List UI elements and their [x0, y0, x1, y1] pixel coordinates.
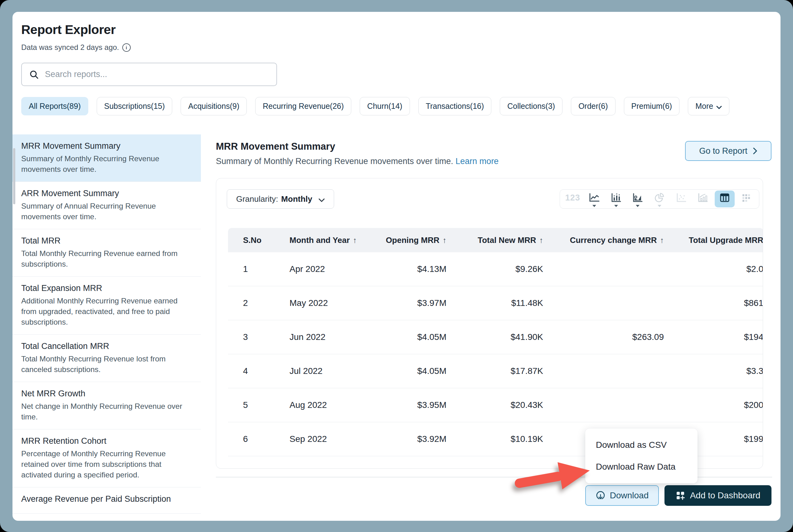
column-header-sno[interactable]: S.No — [228, 235, 269, 245]
cell-opening-mrr: $4.13M — [372, 264, 447, 274]
table-row[interactable]: 4 Jul 2022 $4.05M $17.87K $3.3 — [228, 354, 763, 388]
window-frame: Report Explorer Data was synced 2 days a… — [0, 0, 793, 532]
search-box[interactable] — [21, 63, 277, 86]
go-to-report-button[interactable]: Go to Report — [685, 141, 772, 161]
line-chart-icon[interactable] — [584, 191, 604, 207]
column-chart-icon[interactable] — [606, 191, 626, 207]
report-item-title: Total Expansion MRR — [21, 283, 191, 293]
chip-collections[interactable]: Collections(3) — [500, 97, 563, 115]
cell-sno: 6 — [228, 434, 269, 444]
report-item-description: Additional Monthly Recurring Revenue ear… — [21, 296, 191, 327]
chip-all-reports[interactable]: All Reports(89) — [21, 97, 88, 115]
cell-total-new-mrr: $10.19K — [447, 434, 543, 444]
column-header-currency-change-mrr[interactable]: Currency change MRR↑ — [543, 235, 664, 245]
report-list-item-mrr-movement[interactable]: MRR Movement Summary Summary of Monthly … — [13, 134, 201, 182]
report-data-table: S.No Month and Year↑ Opening MRR↑ Total … — [228, 228, 763, 456]
search-input[interactable] — [44, 69, 269, 79]
chevron-down-icon — [716, 102, 722, 111]
report-title: MRR Movement Summary — [216, 141, 335, 152]
granularity-dropdown[interactable]: Granularity: Monthly — [227, 189, 334, 209]
page-title: Report Explorer — [21, 22, 115, 37]
download-button-label: Download — [610, 491, 649, 500]
cell-total-upgrade-mrr: $2.0 — [664, 264, 763, 274]
table-view-icon[interactable] — [715, 191, 735, 207]
chevron-right-icon — [753, 148, 757, 154]
granularity-label: Granularity: — [236, 194, 278, 204]
info-icon[interactable]: i — [122, 43, 131, 52]
report-item-description: Net change in Monthly Recurring Revenue … — [21, 401, 191, 422]
learn-more-link[interactable]: Learn more — [455, 156, 498, 166]
cell-total-new-mrr: $9.26K — [447, 264, 543, 274]
dashboard-grid-plus-icon — [676, 491, 685, 500]
column-header-opening-mrr[interactable]: Opening MRR↑ — [372, 235, 447, 245]
report-list-item-mrr-retention-cohort[interactable]: MRR Retention Cohort Percentage of Month… — [13, 430, 201, 488]
chip-subscriptions[interactable]: Subscriptions(15) — [97, 97, 172, 115]
app-window: Report Explorer Data was synced 2 days a… — [13, 12, 780, 521]
cell-sno: 2 — [228, 298, 269, 308]
cell-total-new-mrr: $20.43K — [447, 400, 543, 410]
report-list-item-total-cancellation-mrr[interactable]: Total Cancellation MRR Total Monthly Rec… — [13, 335, 201, 382]
add-to-dashboard-label: Add to Dashboard — [690, 491, 760, 500]
cell-opening-mrr: $4.05M — [372, 366, 447, 376]
report-item-description: Total Monthly Recurring Revenue lost fro… — [21, 354, 191, 375]
cell-total-new-mrr: $17.87K — [447, 366, 543, 376]
report-list-item-total-mrr[interactable]: Total MRR Total Monthly Recurring Revenu… — [13, 229, 201, 277]
cell-total-upgrade-mrr: $194 — [664, 332, 763, 342]
pie-chart-icon[interactable] — [649, 191, 669, 207]
cell-opening-mrr: $4.05M — [372, 332, 447, 342]
cell-opening-mrr: $3.97M — [372, 298, 447, 308]
chip-acquisitions[interactable]: Acquisitions(9) — [181, 97, 247, 115]
report-item-title: MRR Movement Summary — [21, 141, 191, 151]
cell-month: Apr 2022 — [269, 264, 372, 274]
filter-chip-row: All Reports(89) Subscriptions(15) Acquis… — [21, 97, 729, 115]
chip-premium[interactable]: Premium(6) — [624, 97, 680, 115]
report-list: MRR Movement Summary Summary of Monthly … — [13, 134, 201, 521]
menu-item-download-as-csv[interactable]: Download as CSV — [585, 434, 698, 456]
table-row[interactable]: 1 Apr 2022 $4.13M $9.26K $2.0 — [228, 252, 763, 286]
column-header-month-and-year[interactable]: Month and Year↑ — [269, 235, 372, 245]
report-item-description: Percentage of Monthly Recurring Revenue … — [21, 449, 191, 480]
annotation-arrow — [512, 455, 605, 492]
report-list-item-total-expansion-mrr[interactable]: Total Expansion MRR Additional Monthly R… — [13, 277, 201, 335]
sidebar-scrollbar-thumb[interactable] — [13, 148, 15, 204]
column-header-total-new-mrr[interactable]: Total New MRR↑ — [447, 235, 543, 245]
report-list-item-arr-movement[interactable]: ARR Movement Summary Summary of Annual R… — [13, 182, 201, 229]
report-item-description: Summary of Annual Recurring Revenue move… — [21, 201, 191, 222]
report-list-item-avg-revenue-per-paid-subscription[interactable]: Average Revenue per Paid Subscription — [13, 488, 201, 514]
report-list-item-net-mrr-growth[interactable]: Net MRR Growth Net change in Monthly Rec… — [13, 382, 201, 430]
report-item-title: Average Revenue per Paid Subscription — [21, 494, 191, 504]
numbers-view-icon[interactable]: 123 — [563, 191, 583, 207]
granularity-value: Monthly — [281, 194, 312, 204]
cell-total-upgrade-mrr: $200 — [664, 400, 763, 410]
table-row[interactable]: 5 Aug 2022 $3.95M $20.43K $200 — [228, 388, 763, 422]
report-item-title: Net MRR Growth — [21, 389, 191, 399]
table-row[interactable]: 3 Jun 2022 $4.05M $41.90K $263.09 $194 — [228, 320, 763, 354]
chip-transactions[interactable]: Transactions(16) — [418, 97, 492, 115]
column-header-total-upgrade-mrr[interactable]: Total Upgrade MRR — [664, 235, 763, 245]
chip-churn[interactable]: Churn(14) — [360, 97, 410, 115]
cell-sno: 1 — [228, 264, 269, 274]
chip-order[interactable]: Order(6) — [571, 97, 615, 115]
chip-recurring-revenue[interactable]: Recurring Revenue(26) — [255, 97, 351, 115]
report-description-text: Summary of Monthly Recurring Revenue mov… — [216, 156, 453, 166]
sort-asc-icon: ↑ — [660, 236, 664, 245]
pivot-grid-icon[interactable] — [736, 191, 756, 207]
cell-sno: 5 — [228, 400, 269, 410]
add-to-dashboard-button[interactable]: Add to Dashboard — [664, 485, 772, 506]
report-item-title: Total MRR — [21, 236, 191, 246]
cell-month: Aug 2022 — [269, 400, 372, 410]
cell-currency-change-mrr: $263.09 — [543, 332, 664, 342]
area-chart-icon[interactable] — [628, 191, 648, 207]
sort-asc-icon: ↑ — [443, 236, 447, 245]
cell-total-new-mrr: $41.90K — [447, 332, 543, 342]
table-row[interactable]: 2 May 2022 $3.97M $11.48K $861 — [228, 286, 763, 320]
combo-chart-icon[interactable] — [693, 191, 713, 207]
cell-total-upgrade-mrr: $3.3 — [664, 366, 763, 376]
cell-total-new-mrr: $11.48K — [447, 298, 543, 308]
chip-more-label: More — [695, 102, 713, 111]
sort-asc-icon: ↑ — [353, 236, 357, 245]
scatter-plot-icon[interactable] — [671, 191, 691, 207]
sort-asc-icon: ↑ — [540, 236, 544, 245]
chip-more[interactable]: More — [688, 97, 729, 115]
cell-opening-mrr: $3.92M — [372, 434, 447, 444]
